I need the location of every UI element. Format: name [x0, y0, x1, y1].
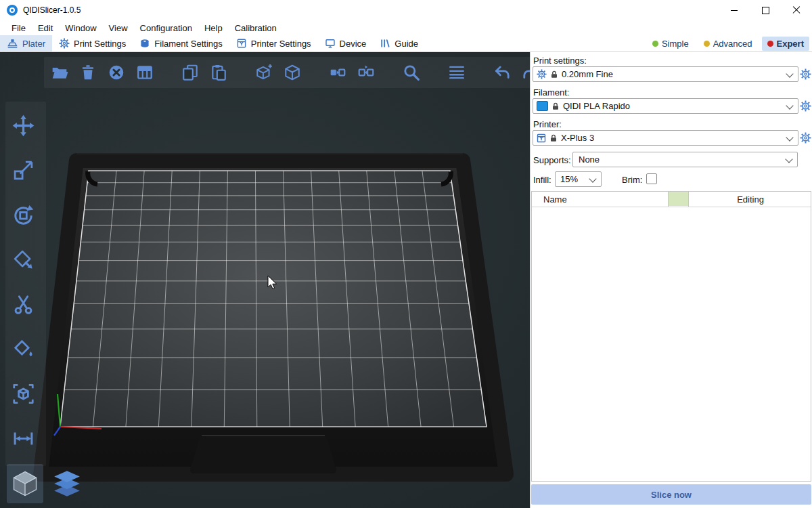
object-list[interactable]: Name Editing	[531, 191, 811, 482]
add-instance-button[interactable]	[255, 64, 273, 81]
printer-label: Printer:	[533, 119, 562, 129]
split-to-objects-button[interactable]	[329, 64, 346, 81]
menu-bar: File Edit Window View Configuration Help…	[0, 20, 812, 35]
delete-button[interactable]	[79, 64, 97, 81]
variable-layer-height-button[interactable]	[448, 64, 466, 81]
print-profile-gear-icon	[537, 69, 547, 79]
3d-editor-view-button[interactable]	[7, 464, 43, 503]
plater-icon	[7, 38, 18, 49]
move-tool-button[interactable]	[7, 110, 39, 141]
copy-button[interactable]	[181, 64, 199, 81]
search-icon	[403, 62, 420, 83]
split-to-parts-icon	[357, 64, 375, 81]
paste-icon	[210, 64, 227, 81]
split-to-objects-icon	[329, 64, 346, 81]
rotate-tool-button[interactable]	[7, 199, 39, 230]
menu-configuration[interactable]: Configuration	[134, 20, 198, 35]
menu-window[interactable]: Window	[59, 20, 102, 35]
brim-label: Brim:	[622, 175, 642, 185]
cut-tool-button[interactable]	[7, 289, 39, 320]
measure-tool-button[interactable]	[7, 378, 39, 409]
paint-tool-button[interactable]	[7, 333, 39, 364]
variable-layer-height-icon	[448, 64, 466, 81]
ruler-tool-button[interactable]	[7, 423, 39, 454]
close-button[interactable]	[781, 0, 812, 20]
lock-icon	[549, 134, 558, 142]
scale-tool-button[interactable]	[7, 154, 39, 186]
menu-edit[interactable]: Edit	[32, 20, 59, 35]
column-extruder-header	[669, 192, 688, 206]
mode-simple-label: Simple	[662, 39, 689, 49]
menu-view[interactable]: View	[103, 20, 134, 35]
tab-print-settings[interactable]: Print Settings	[52, 35, 133, 51]
minimize-icon	[731, 10, 738, 11]
rotate-icon	[12, 204, 35, 226]
print-settings-gear-button[interactable]	[800, 68, 811, 80]
print-settings-combo[interactable]: 0.20mm Fine	[533, 66, 798, 82]
remove-instance-button[interactable]	[284, 64, 301, 81]
search-button[interactable]	[403, 64, 420, 81]
mode-selector: Simple Advanced Expert	[647, 37, 809, 51]
mode-simple[interactable]: Simple	[647, 37, 694, 51]
mode-advanced-label: Advanced	[713, 39, 752, 49]
preview-view-button[interactable]	[49, 464, 85, 503]
supports-combo[interactable]: None	[572, 152, 798, 167]
tab-guide[interactable]: Guide	[373, 35, 425, 51]
mode-expert[interactable]: Expert	[762, 37, 809, 51]
tab-device-label: Device	[340, 39, 367, 49]
gear-icon	[800, 100, 811, 112]
arrange-button[interactable]	[136, 64, 154, 81]
print-settings-value: 0.20mm Fine	[562, 69, 613, 79]
tab-printer-settings-label: Printer Settings	[251, 39, 311, 49]
tab-printer-settings[interactable]: Printer Settings	[229, 35, 318, 51]
supports-value: None	[579, 154, 600, 165]
import-icon	[51, 64, 68, 81]
column-editing: Editing	[689, 194, 812, 205]
undo-button[interactable]	[493, 64, 511, 81]
infill-combo[interactable]: 15%	[555, 171, 602, 187]
paste-button[interactable]	[210, 64, 227, 81]
redo-button[interactable]	[522, 64, 530, 81]
build-plate-canvas[interactable]	[0, 52, 530, 508]
printer-icon	[236, 38, 247, 49]
delete-all-button[interactable]	[108, 64, 125, 81]
advanced-mode-dot-icon	[704, 41, 710, 47]
filament-combo[interactable]: QIDI PLA Rapido	[533, 98, 798, 114]
printer-small-icon	[537, 133, 546, 143]
chevron-down-icon	[786, 102, 793, 109]
printer-value: X-Plus 3	[561, 133, 594, 143]
cut-icon	[12, 293, 35, 316]
redo-icon	[522, 64, 530, 81]
import-button[interactable]	[51, 64, 68, 81]
brim-checkbox[interactable]	[646, 173, 657, 184]
paint-icon	[12, 338, 35, 360]
split-to-parts-button[interactable]	[357, 64, 375, 81]
place-on-face-tool-button[interactable]	[7, 244, 39, 275]
mode-advanced[interactable]: Advanced	[698, 37, 758, 51]
menu-help[interactable]: Help	[198, 20, 229, 35]
menu-file[interactable]: File	[5, 20, 32, 35]
tab-plater[interactable]: Plater	[0, 35, 52, 51]
plate-handle	[194, 438, 333, 470]
menu-calibration[interactable]: Calibration	[229, 20, 283, 35]
tab-filament-settings[interactable]: Filament Settings	[133, 35, 229, 51]
column-separator	[668, 192, 669, 207]
minimize-button[interactable]	[719, 0, 750, 20]
slice-now-button[interactable]: Slice now	[531, 484, 811, 505]
tab-guide-label: Guide	[394, 39, 418, 49]
maximize-button[interactable]	[750, 0, 781, 20]
chevron-down-icon	[589, 175, 596, 182]
infill-label: Infill:	[533, 175, 551, 185]
print-settings-label: Print settings:	[533, 56, 587, 66]
filament-gear-button[interactable]	[800, 100, 811, 112]
remove-instance-icon	[284, 64, 301, 81]
place-on-face-icon	[12, 249, 35, 271]
title-bar: QIDISlicer-1.0.5	[0, 0, 812, 20]
3d-viewport[interactable]	[0, 52, 530, 508]
expert-mode-dot-icon	[767, 41, 773, 47]
move-icon	[12, 114, 35, 137]
viewport-toolbar	[44, 57, 530, 88]
printer-combo[interactable]: X-Plus 3	[533, 130, 798, 146]
tab-device[interactable]: Device	[318, 35, 374, 51]
printer-gear-button[interactable]	[800, 132, 811, 144]
